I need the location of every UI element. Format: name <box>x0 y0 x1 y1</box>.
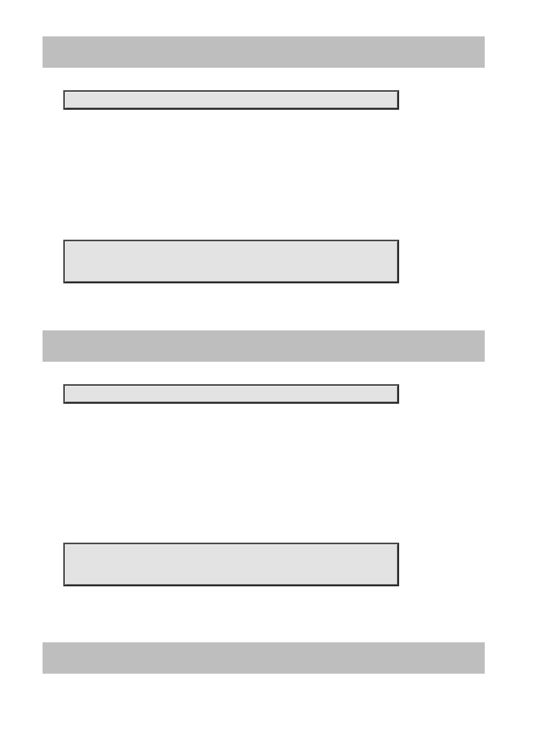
section-band-2 <box>43 642 485 674</box>
input-single-0[interactable] <box>63 90 399 110</box>
section-band-1 <box>43 330 485 362</box>
input-single-1[interactable] <box>63 384 399 404</box>
input-multi-0[interactable] <box>63 240 399 283</box>
input-multi-1[interactable] <box>63 543 399 586</box>
section-band-0 <box>43 36 485 68</box>
page-canvas <box>0 0 534 756</box>
